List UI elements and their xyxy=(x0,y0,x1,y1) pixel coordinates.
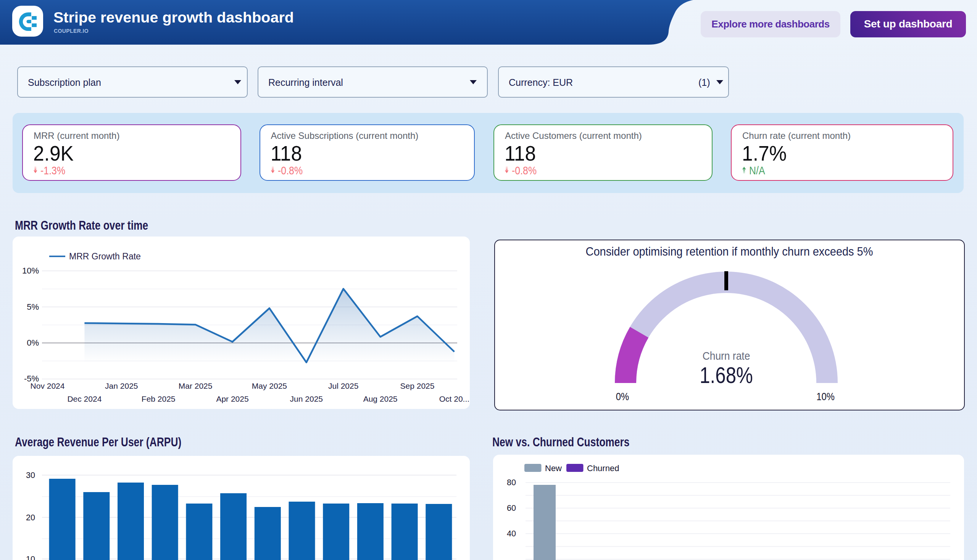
svg-text:0%: 0% xyxy=(27,338,39,348)
svg-text:30: 30 xyxy=(26,471,35,480)
svg-text:0%: 0% xyxy=(616,390,629,402)
svg-text:5%: 5% xyxy=(27,302,39,312)
svg-text:10%: 10% xyxy=(816,390,835,402)
svg-text:MRR Growth Rate: MRR Growth Rate xyxy=(69,252,141,261)
svg-text:Churned: Churned xyxy=(587,463,619,473)
svg-text:40: 40 xyxy=(507,529,516,538)
svg-text:New: New xyxy=(545,463,562,473)
svg-text:Jun 2025: Jun 2025 xyxy=(290,395,323,403)
svg-text:Nov 2024: Nov 2024 xyxy=(30,382,65,390)
svg-text:Jan 2025: Jan 2025 xyxy=(105,382,138,390)
svg-text:Consider optimising retention: Consider optimising retention if monthly… xyxy=(586,245,873,258)
svg-text:60: 60 xyxy=(507,503,516,513)
svg-text:Apr 2025: Apr 2025 xyxy=(216,395,249,403)
svg-text:80: 80 xyxy=(507,478,516,487)
svg-text:1.68%: 1.68% xyxy=(700,362,753,388)
svg-text:Oct 20...: Oct 20... xyxy=(439,395,469,403)
svg-text:Mar 2025: Mar 2025 xyxy=(179,382,212,390)
svg-text:10%: 10% xyxy=(22,266,39,275)
svg-text:20: 20 xyxy=(26,513,35,522)
svg-text:10: 10 xyxy=(26,555,35,560)
svg-text:Feb 2025: Feb 2025 xyxy=(142,395,175,403)
svg-text:Dec 2024: Dec 2024 xyxy=(67,395,102,403)
svg-text:Aug 2025: Aug 2025 xyxy=(363,395,397,403)
svg-text:Churn rate: Churn rate xyxy=(703,349,750,362)
svg-text:May 2025: May 2025 xyxy=(252,382,287,390)
svg-text:Sep 2025: Sep 2025 xyxy=(400,382,435,390)
svg-text:Jul 2025: Jul 2025 xyxy=(328,382,358,390)
